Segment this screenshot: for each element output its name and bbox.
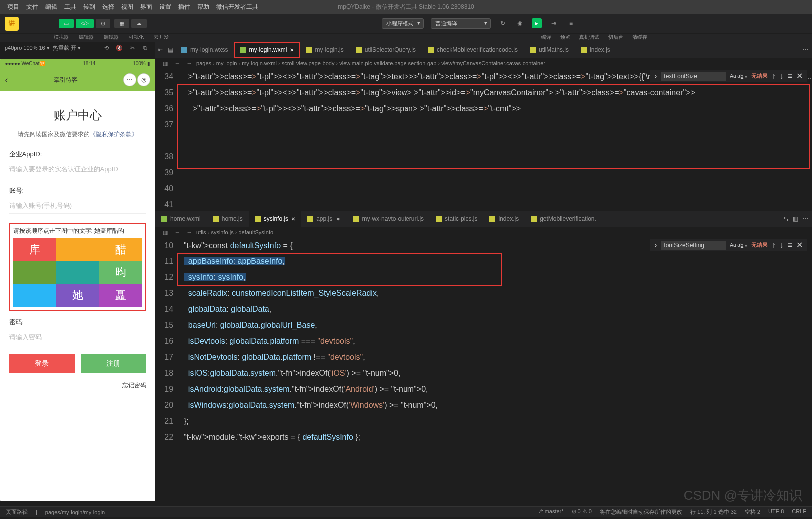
login-button[interactable]: 登录 — [9, 354, 75, 373]
editor-tab[interactable]: my-login.wxss — [175, 42, 234, 58]
find-prev-icon[interactable]: ↑ — [772, 72, 776, 81]
menu-item[interactable]: 插件 — [175, 3, 194, 11]
nav-fwd-icon[interactable]: → — [184, 58, 194, 68]
editor-button[interactable]: </> — [76, 19, 94, 28]
captcha-cell[interactable] — [56, 261, 99, 284]
preview-icon[interactable]: ◉ — [515, 18, 525, 28]
editor-tab[interactable]: app.js● — [301, 211, 347, 227]
find-input[interactable] — [661, 241, 726, 250]
captcha-cell[interactable]: 昀 — [99, 261, 142, 284]
find-input[interactable] — [661, 72, 726, 81]
encoding[interactable]: UTF-8 — [768, 508, 784, 516]
menu-item[interactable]: 视图 — [118, 3, 137, 11]
editor-tab[interactable]: index.js — [575, 42, 616, 58]
editor-tab[interactable]: home.wxml — [155, 211, 207, 227]
device-select[interactable]: p40pro 100% 16 ▾ — [5, 45, 50, 51]
find-prev-icon[interactable]: ↑ — [772, 241, 776, 250]
indent[interactable]: 空格 2 — [745, 508, 760, 516]
captcha-cell[interactable] — [13, 284, 56, 307]
nav-back-icon[interactable]: ← — [172, 227, 182, 237]
compile-icon[interactable]: ▸ — [532, 18, 542, 28]
nav-fwd-icon[interactable]: → — [184, 227, 194, 237]
debugger-button[interactable]: ⊙ — [96, 19, 110, 28]
compile-select[interactable]: 普通编译 — [431, 18, 491, 29]
find-next-icon[interactable]: ↓ — [780, 241, 784, 250]
breadcrumb-item[interactable]: utils — [196, 229, 206, 235]
more-tabs-icon[interactable]: ⋯ — [802, 215, 808, 222]
menu-item[interactable]: 转到 — [80, 3, 99, 11]
editor-tab[interactable]: my-login.wxml✕ — [234, 42, 300, 58]
explorer-icon[interactable]: ▤ — [165, 45, 175, 55]
editor-tab[interactable]: utilMaths.js — [524, 42, 575, 58]
editor-tab[interactable]: index.js — [483, 211, 525, 227]
editor-tab[interactable]: getMobileverification. — [525, 211, 602, 227]
detach-icon[interactable]: ⧉ — [140, 43, 150, 53]
sidebar-toggle-icon[interactable]: ⇤ — [155, 45, 165, 55]
editor-tab[interactable]: utilSelectorQuery.js — [350, 42, 422, 58]
menu-item[interactable]: 选择 — [99, 3, 118, 11]
nav-back-icon[interactable]: ← — [172, 58, 182, 68]
editor-tab[interactable]: my-login.js — [300, 42, 349, 58]
captcha-canvas[interactable]: 库醋昀她矗 — [13, 238, 142, 307]
captcha-cell[interactable]: 矗 — [99, 284, 142, 307]
captcha-cell[interactable]: 醋 — [99, 238, 142, 261]
close-icon[interactable]: ✕ — [291, 216, 295, 222]
account-input[interactable]: 请输入账号(手机号码) — [9, 198, 146, 214]
find-filter-icon[interactable]: ≡ — [788, 72, 792, 81]
breadcrumb-item[interactable]: view#myCanvasContainer.cavas-container — [441, 60, 545, 66]
find-toggle-icon[interactable]: › — [654, 241, 657, 250]
menu-item[interactable]: 文件 — [23, 3, 42, 11]
menu-item[interactable]: 帮助 — [194, 3, 213, 11]
split-icon[interactable]: ▥ — [160, 227, 170, 237]
menu-item[interactable]: 项目 — [4, 3, 23, 11]
page-path[interactable]: pages/my-login/my-login — [45, 509, 105, 515]
menu-item[interactable]: 编辑 — [42, 3, 61, 11]
captcha-cell[interactable] — [56, 238, 99, 261]
menu-item[interactable]: 工具 — [61, 3, 80, 11]
hotreload-toggle[interactable]: 热重载 开 ▾ — [53, 44, 81, 52]
editor-tab[interactable]: sysinfo.js✕ — [249, 211, 301, 227]
breadcrumb-item[interactable]: my-login — [216, 60, 237, 66]
split-icon[interactable]: ▥ — [160, 58, 170, 68]
editor-tab[interactable]: static-pics.js — [430, 211, 483, 227]
cursor-position[interactable]: 行 11, 列 1 选中 32 — [690, 508, 737, 516]
breadcrumb-item[interactable]: pages — [196, 60, 211, 66]
background-icon[interactable]: ⇥ — [549, 18, 559, 28]
eol[interactable]: CRLF — [792, 508, 806, 516]
find-next-icon[interactable]: ↓ — [780, 72, 784, 81]
password-input[interactable]: 请输入密码 — [9, 330, 146, 345]
rotate-icon[interactable]: ⟲ — [101, 43, 111, 53]
refresh-icon[interactable]: ↻ — [498, 18, 508, 28]
menu-item[interactable]: 界面 — [137, 3, 156, 11]
find-toggle-icon[interactable]: › — [654, 72, 657, 81]
cut-icon[interactable]: ✂ — [127, 43, 137, 53]
problems[interactable]: ⊘ 0 ⚠ 0 — [572, 508, 592, 516]
close-icon[interactable]: ✕ — [290, 47, 294, 53]
split-editor-icon[interactable]: ▥ — [793, 215, 798, 222]
close-capsule-icon[interactable]: ◎ — [137, 73, 150, 86]
editor-tab[interactable]: home.js — [207, 211, 249, 227]
clearcache-icon[interactable]: ≡ — [566, 18, 576, 28]
find-close-icon[interactable]: ✕ — [796, 240, 803, 250]
captcha-cell[interactable]: 库 — [13, 238, 56, 261]
captcha-cell[interactable] — [13, 261, 56, 284]
editor-tab[interactable]: my-wx-navto-outerurl.js — [347, 211, 430, 227]
breadcrumb-item[interactable]: my-login.wxml — [242, 60, 277, 66]
mute-icon[interactable]: 🔇 — [114, 43, 124, 53]
compare-icon[interactable]: ⇆ — [784, 215, 789, 222]
code-editor-top[interactable]: › Aa ab̲ ⁎ 无结果 ↑ ↓ ≡ ✕ 3435363738394041 … — [155, 69, 812, 209]
git-branch[interactable]: ⎇ master* — [537, 508, 564, 516]
captcha-cell[interactable]: 她 — [56, 284, 99, 307]
breadcrumb-item[interactable]: scroll-view.page-body — [282, 60, 335, 66]
find-filter-icon[interactable]: ≡ — [788, 241, 792, 250]
menu-item[interactable]: 微信开发者工具 — [213, 3, 262, 11]
more-icon[interactable]: ⋯ — [123, 73, 136, 86]
find-close-icon[interactable]: ✕ — [796, 71, 803, 81]
back-icon[interactable]: ‹ — [5, 75, 8, 85]
forgot-password-link[interactable]: 忘记密码 — [9, 381, 146, 390]
register-button[interactable]: 注册 — [81, 354, 146, 373]
simulator-button[interactable]: ▭ — [59, 19, 74, 28]
code-editor-bottom[interactable]: › Aa ab̲ ⁎ 无结果 ↑ ↓ ≡ ✕ 10111213141516171… — [155, 238, 812, 506]
privacy-link[interactable]: 《隐私保护条款》 — [90, 131, 138, 138]
menu-item[interactable]: 设置 — [156, 3, 175, 11]
